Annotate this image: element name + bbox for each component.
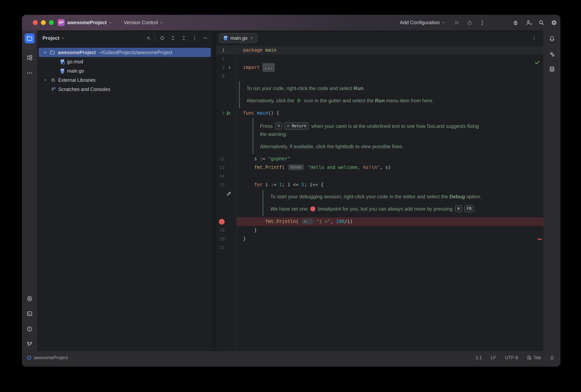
expand-all-button[interactable]: [169, 34, 177, 42]
right-tool-strip: [543, 30, 560, 351]
line-number: 15: [216, 180, 224, 189]
line-number: 21: [216, 243, 224, 252]
tree-row-root[interactable]: awesomeProject~/GolandProjects/awesomePr…: [38, 48, 211, 57]
tree-row-main-go[interactable]: main.go: [37, 66, 212, 75]
settings-button[interactable]: [549, 17, 560, 28]
minimize-window-button[interactable]: [41, 20, 46, 25]
code-line[interactable]: 19 }: [216, 226, 543, 235]
status-project-widget[interactable]: awesomeProject: [27, 351, 68, 364]
git-tool-button[interactable]: [24, 339, 34, 349]
code-line[interactable]: 15 for i := 1; i <= 5; i++ {: [216, 180, 543, 189]
chevron-right-icon[interactable]: [43, 78, 47, 82]
kebab-icon: [479, 19, 485, 26]
user-plus-icon: [526, 19, 532, 26]
kebab-icon: [192, 35, 197, 41]
zoom-window-button[interactable]: [49, 20, 54, 25]
project-view-selector[interactable]: Project: [42, 35, 65, 41]
commit-tool-button[interactable]: [24, 53, 34, 62]
inspection-ok-icon[interactable]: [534, 59, 540, 65]
close-window-button[interactable]: [33, 20, 38, 25]
run-banner: To run your code, right-click the code a…: [216, 80, 543, 109]
caret-position-widget[interactable]: 1:1: [476, 355, 482, 360]
chevron-down-icon[interactable]: [43, 50, 47, 54]
tab-main-go[interactable]: main.go: [219, 33, 258, 43]
collapse-all-button[interactable]: [180, 34, 188, 42]
code-line[interactable]: 21: [216, 243, 543, 252]
code-text: }: [243, 235, 246, 243]
titlebar: AP awesomeProject Version Control Add Co…: [22, 15, 560, 30]
ai-assistant-button[interactable]: [511, 17, 522, 28]
file-lock-widget[interactable]: [550, 355, 555, 360]
search-everywhere-button[interactable]: [536, 17, 547, 28]
keycap: ⌥: [275, 122, 282, 129]
terminal-tool-button[interactable]: [24, 309, 34, 319]
code-with-me-button[interactable]: [523, 17, 534, 28]
project-tool-button[interactable]: [24, 33, 34, 43]
code-line[interactable]: 13 fmt.Printf( format: "Hello and welcom…: [216, 163, 543, 172]
tree-row-scratches[interactable]: Scratches and Consoles: [37, 85, 212, 94]
problems-tool-button[interactable]: [24, 324, 34, 334]
scratches-icon: [51, 86, 56, 92]
editor-options-button[interactable]: [530, 34, 538, 42]
line-separator-widget[interactable]: LF: [491, 355, 496, 360]
chevron-down-icon: [160, 21, 163, 24]
debug-button[interactable]: [464, 17, 475, 28]
code-line[interactable]: 20}: [216, 235, 543, 243]
code-text: s := "gopher": [243, 155, 290, 163]
code-text: import ...: [243, 63, 275, 72]
version-control-menu[interactable]: Version Control: [124, 15, 163, 30]
folder-icon: [26, 35, 33, 41]
indent-widget[interactable]: Tab: [527, 355, 541, 360]
line-number: 6: [216, 72, 224, 80]
more-tool-windows-button[interactable]: [24, 68, 34, 78]
locate-file-button[interactable]: [158, 34, 166, 42]
code-line[interactable]: 2: [216, 54, 543, 63]
code-line[interactable]: fmt.Println( a…: "i =", 100/i): [216, 217, 543, 226]
tree-row-go-mod[interactable]: go.mod: [37, 57, 212, 66]
tree-row-external-libraries[interactable]: External Libraries: [37, 75, 212, 85]
line-number: 12: [216, 155, 224, 163]
ai-chat-tool-button[interactable]: [547, 49, 557, 59]
services-tool-button[interactable]: [24, 294, 34, 304]
more-actions-button[interactable]: [477, 17, 488, 28]
hide-panel-button[interactable]: [201, 34, 209, 42]
code-text: fmt.Printf( format: "Hello and welcome, …: [243, 163, 391, 172]
folder-icon: [50, 49, 55, 55]
terminal-icon: [26, 311, 33, 317]
code-line[interactable]: 9func main() {: [216, 109, 543, 117]
pencil-icon[interactable]: [226, 191, 232, 196]
run-gutter-icon[interactable]: [226, 111, 231, 116]
add-button[interactable]: [144, 34, 152, 42]
editor-panel: main.go 1package main23import ...6To run…: [216, 32, 543, 351]
line-number: 19: [216, 226, 224, 235]
code-line[interactable]: 1package main: [216, 46, 543, 54]
notifications-tool-button[interactable]: [547, 34, 557, 44]
inlay-hint: format:: [288, 164, 304, 170]
run-configuration-selector[interactable]: Add Configuration: [400, 19, 445, 25]
code-line[interactable]: 3import ...: [216, 63, 543, 72]
run-button[interactable]: [452, 17, 462, 28]
project-tree: awesomeProject~/GolandProjects/awesomePr…: [37, 48, 212, 94]
database-tool-button[interactable]: [547, 64, 557, 74]
code-editor[interactable]: 1package main23import ...6To run your co…: [216, 44, 543, 351]
error-stripe-breakpoint-mark[interactable]: [538, 239, 542, 240]
debug-banner: To start your debugging session, right-c…: [216, 189, 543, 217]
gopher-module-icon: [60, 59, 65, 64]
line-number: 2: [216, 54, 224, 63]
code-line[interactable]: 14: [216, 172, 543, 180]
encoding-widget[interactable]: UTF-8: [505, 355, 518, 360]
hint-stripe: [253, 118, 253, 154]
project-menu[interactable]: awesomeProject: [67, 15, 112, 30]
left-tool-strip: [22, 30, 37, 351]
panel-options-button[interactable]: [190, 34, 198, 42]
line-number: 13: [216, 163, 224, 172]
fold-arrow-icon[interactable]: [227, 65, 232, 70]
minimize-icon: [203, 35, 208, 41]
close-tab-button[interactable]: [250, 36, 254, 40]
folded-region[interactable]: ...: [262, 63, 274, 72]
code-line[interactable]: 6: [216, 72, 543, 80]
breakpoint-icon[interactable]: [219, 219, 224, 225]
line-number: 14: [216, 172, 224, 180]
code-line[interactable]: 12 s := "gopher": [216, 155, 543, 163]
run-icon: [297, 98, 302, 103]
